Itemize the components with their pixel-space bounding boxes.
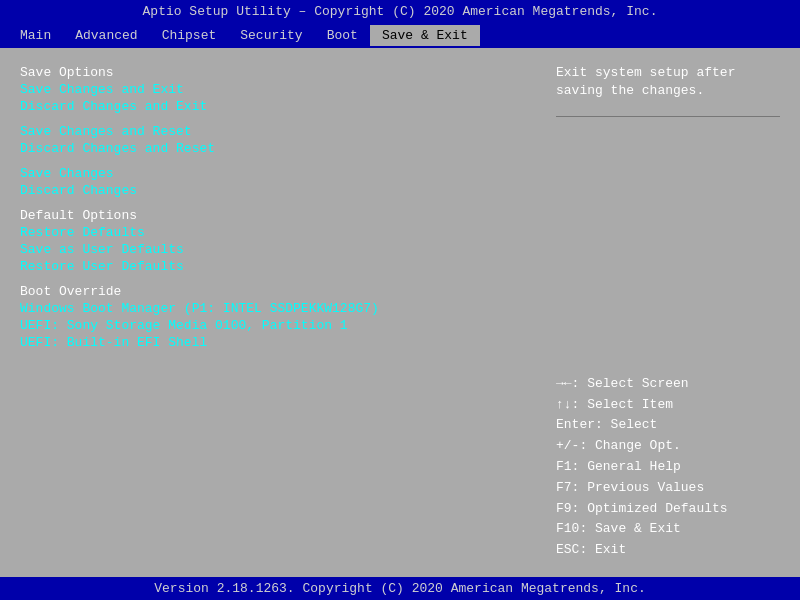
menu-option-4[interactable]: Save Changes and Reset: [20, 123, 524, 140]
menu-option-7[interactable]: Save Changes: [20, 165, 524, 182]
section-divider-6: [20, 157, 524, 165]
section-header-15: Boot Override: [20, 283, 524, 300]
description-area: Exit system setup after saving the chang…: [556, 64, 780, 100]
key-help: →←: Select Screen↑↓: Select ItemEnter: S…: [556, 374, 780, 561]
key-help-item-2: Enter: Select: [556, 415, 780, 436]
menu-option-17[interactable]: UEFI: Sony Storage Media 0100, Partition…: [20, 317, 524, 334]
menu-option-18[interactable]: UEFI: Built-in EFI Shell: [20, 334, 524, 351]
key-help-item-5: F7: Previous Values: [556, 478, 780, 499]
status-bar: Version 2.18.1263. Copyright (C) 2020 Am…: [0, 577, 800, 600]
key-help-item-7: F10: Save & Exit: [556, 519, 780, 540]
status-text: Version 2.18.1263. Copyright (C) 2020 Am…: [154, 581, 645, 596]
menu-option-16[interactable]: Windows Boot Manager (P1: INTEL SSDPEKKW…: [20, 300, 524, 317]
menu-item-advanced[interactable]: Advanced: [63, 25, 149, 46]
key-help-item-6: F9: Optimized Defaults: [556, 499, 780, 520]
title-text: Aptio Setup Utility – Copyright (C) 2020…: [143, 4, 658, 19]
left-panel: Save OptionsSave Changes and ExitDiscard…: [8, 56, 536, 569]
menu-item-chipset[interactable]: Chipset: [150, 25, 229, 46]
section-header-0: Save Options: [20, 64, 524, 81]
key-help-item-3: +/-: Change Opt.: [556, 436, 780, 457]
section-divider-9: [20, 199, 524, 207]
key-help-item-4: F1: General Help: [556, 457, 780, 478]
menu-bar: MainAdvancedChipsetSecurityBootSave & Ex…: [0, 23, 800, 48]
menu-option-8[interactable]: Discard Changes: [20, 182, 524, 199]
section-divider-14: [20, 275, 524, 283]
menu-item-boot[interactable]: Boot: [315, 25, 370, 46]
section-header-10: Default Options: [20, 207, 524, 224]
menu-option-12[interactable]: Save as User Defaults: [20, 241, 524, 258]
main-content: Save OptionsSave Changes and ExitDiscard…: [0, 48, 800, 577]
key-help-item-1: ↑↓: Select Item: [556, 395, 780, 416]
key-help-item-0: →←: Select Screen: [556, 374, 780, 395]
menu-option-1[interactable]: Save Changes and Exit: [20, 81, 524, 98]
menu-item-main[interactable]: Main: [8, 25, 63, 46]
menu-item-security[interactable]: Security: [228, 25, 314, 46]
section-divider-3: [20, 115, 524, 123]
title-bar: Aptio Setup Utility – Copyright (C) 2020…: [0, 0, 800, 23]
right-panel: Exit system setup after saving the chang…: [544, 56, 792, 569]
menu-option-11[interactable]: Restore Defaults: [20, 224, 524, 241]
divider-line: [556, 116, 780, 117]
menu-option-2[interactable]: Discard Changes and Exit: [20, 98, 524, 115]
menu-item-save---exit[interactable]: Save & Exit: [370, 25, 480, 46]
key-help-item-8: ESC: Exit: [556, 540, 780, 561]
menu-option-13[interactable]: Restore User Defaults: [20, 258, 524, 275]
menu-option-5[interactable]: Discard Changes and Reset: [20, 140, 524, 157]
app: Aptio Setup Utility – Copyright (C) 2020…: [0, 0, 800, 600]
